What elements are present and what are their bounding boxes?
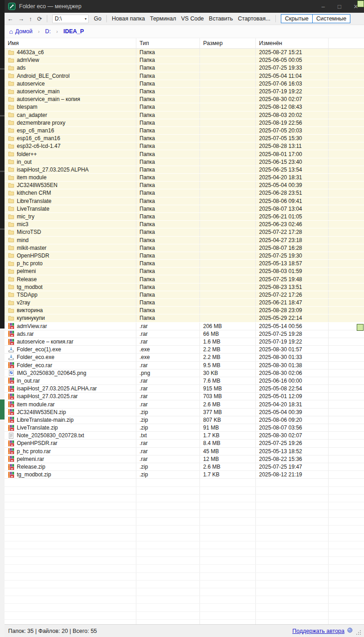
- table-row[interactable]: admView Папка 2025-06-05 00:05: [5, 56, 364, 64]
- filler-cell: [329, 56, 364, 64]
- table-row[interactable]: ads Папка 2025-07-25 19:33: [5, 64, 364, 72]
- table-row[interactable]: w p_hc proto.rar .rar 45 MB 2025-05-13 1…: [5, 448, 364, 455]
- table-row[interactable]: v2ray Папка 2025-06-21 18:47: [5, 299, 364, 307]
- table-row[interactable]: OpenHPSDR Папка 2025-07-25 19:30: [5, 252, 364, 260]
- filler-cell: [329, 299, 364, 306]
- folder-icon: [8, 127, 14, 134]
- table-row[interactable]: esp32-c6-lcd-1.47 Папка 2025-08-28 13:11: [5, 142, 364, 150]
- table-row[interactable]: w tg_modbot.zip .zip 1.7 KB 2025-08-12 2…: [5, 471, 364, 479]
- table-row[interactable]: w JC3248W535EN.zip .zip 377 MB 2025-05-0…: [5, 409, 364, 416]
- table-row[interactable]: w isapiHost_27.03.2025 ALPHA.rar .rar 91…: [5, 385, 364, 393]
- start-page-button[interactable]: Стартовая...: [238, 15, 270, 22]
- table-row[interactable]: isapiHost_27.03.2025 ALPHA Папка 2025-06…: [5, 166, 364, 174]
- table-row[interactable]: викторина Папка 2025-08-28 23:09: [5, 307, 364, 314]
- file-name: купинукупи: [17, 315, 45, 321]
- table-row[interactable]: IMG_20250830_020645.png .png 30 KB 2025-…: [5, 369, 364, 377]
- table-row[interactable]: w ads.rar .rar 66 MB 2025-07-25 19:28: [5, 330, 364, 338]
- table-row[interactable]: w OpenHPSDR.rar .rar 8.4 MB 2025-07-25 1…: [5, 440, 364, 447]
- table-row[interactable]: esp_c6_man16 Папка 2025-07-05 20:03: [5, 127, 364, 135]
- resize-grip[interactable]: [356, 630, 361, 637]
- name-cell: item module: [5, 174, 136, 181]
- size-cell: [200, 150, 256, 157]
- table-row[interactable]: p_hc proto Папка 2025-05-13 18:57: [5, 260, 364, 268]
- table-row[interactable]: can_adapter Папка 2025-08-03 20:02: [5, 111, 364, 119]
- paste-button[interactable]: Вставить: [209, 15, 233, 22]
- up-button[interactable]: ↑: [29, 16, 32, 22]
- minimize-button[interactable]: –: [315, 0, 331, 13]
- table-row[interactable]: TSDApp Папка 2025-07-22 17:26: [5, 291, 364, 299]
- background-fragment: [0, 115, 5, 116]
- size-cell: [200, 96, 256, 103]
- table-row[interactable]: autoservice Папка 2025-07-06 16:03: [5, 80, 364, 88]
- table-row[interactable]: mind Папка 2025-04-27 23:18: [5, 237, 364, 244]
- new-folder-button[interactable]: Новая папка: [112, 15, 145, 22]
- table-row[interactable]: pelmeni Папка 2025-08-03 01:59: [5, 268, 364, 275]
- table-row[interactable]: folder++ Папка 2025-08-01 17:00: [5, 150, 364, 158]
- table-row[interactable]: mic3 Папка 2025-06-23 02:46: [5, 221, 364, 228]
- table-row[interactable]: Android_BLE_Control Папка 2025-05-04 11:…: [5, 72, 364, 80]
- modified-cell: 2025-05-04 11:04: [256, 72, 329, 80]
- type-cell: .txt: [136, 432, 200, 439]
- table-row[interactable]: w LibreTranslate-main.zip .zip 807 KB 20…: [5, 416, 364, 424]
- table-row[interactable]: w pelmeni.rar .rar 12 MB 2025-08-22 15:3…: [5, 455, 364, 463]
- table-row[interactable]: Note_20250830_020728.txt .txt 1.7 KB 202…: [5, 432, 364, 440]
- table-row[interactable]: mlkit-master Папка 2025-08-07 16:28: [5, 244, 364, 252]
- back-button[interactable]: ←: [7, 16, 13, 22]
- table-row[interactable]: dezmembrare proxy Папка 2025-08-19 22:56: [5, 119, 364, 127]
- header-name[interactable]: Имя: [5, 38, 136, 48]
- system-files-toggle[interactable]: Системные: [312, 14, 350, 23]
- table-row[interactable]: w autoservice – копия.rar .rar 1.6 MB 20…: [5, 338, 364, 346]
- table-row[interactable]: w Release.zip .zip 2.6 MB 2025-07-25 19:…: [5, 463, 364, 471]
- table-row[interactable]: Folder_eco.exe .exe 2.2 MB 2025-08-30 01…: [5, 354, 364, 361]
- header-type[interactable]: Тип: [136, 38, 200, 48]
- table-row[interactable]: mic_try Папка 2025-06-21 01:05: [5, 213, 364, 221]
- header-size[interactable]: Размер: [200, 38, 256, 48]
- table-row[interactable]: w item module.rar .rar 2.6 MB 2025-04-20…: [5, 400, 364, 408]
- vscode-button[interactable]: VS Code: [181, 15, 204, 22]
- table-row[interactable]: w Folder_eco.rar .rar 9.5 MB 2025-08-30 …: [5, 362, 364, 369]
- header-modified[interactable]: Изменён: [256, 38, 329, 48]
- table-row[interactable]: MicroTSD Папка 2025-07-22 17:28: [5, 228, 364, 236]
- address-dropdown-icon[interactable]: ▾: [85, 17, 86, 21]
- type-cell: [136, 604, 200, 611]
- table-row[interactable]: autoservice_main – копия Папка 2025-08-3…: [5, 96, 364, 103]
- maximize-button[interactable]: □: [331, 0, 348, 13]
- file-name: p_hc proto: [17, 260, 43, 267]
- name-cell: esp16_c6_man16: [5, 135, 136, 142]
- table-row[interactable]: 44632a_c6 Папка 2025-08-27 15:21: [5, 49, 364, 56]
- donate-link[interactable]: Поддержать автора: [292, 628, 344, 634]
- winrar-archive-icon: w: [8, 448, 14, 455]
- table-row[interactable]: in_out Папка 2025-06-15 23:40: [5, 158, 364, 166]
- table-row[interactable]: esp16_c6_man16 Папка 2025-07-05 15:30: [5, 135, 364, 142]
- folder-icon: [8, 167, 14, 173]
- table-row[interactable]: купинукупи Папка 2025-05-29 22:14: [5, 314, 364, 322]
- go-button[interactable]: Go: [94, 15, 101, 22]
- breadcrumb-current-folder[interactable]: IDEA_P: [63, 28, 84, 35]
- file-name: in_out.rar: [17, 378, 40, 384]
- breadcrumb-drive[interactable]: D:: [45, 28, 51, 35]
- table-row[interactable]: LibreTranslate Папка 2025-08-06 09:41: [5, 197, 364, 205]
- name-cell: mic_try: [5, 213, 136, 220]
- table-row[interactable]: w admView.rar .rar 206 MB 2025-05-14 00:…: [5, 323, 364, 330]
- table-row[interactable]: w LiveTranslate.zip .zip 91 MB 2025-08-0…: [5, 424, 364, 432]
- table-row[interactable]: item module Папка 2025-04-20 18:31: [5, 174, 364, 182]
- forward-button[interactable]: →: [18, 16, 24, 22]
- table-row: [5, 565, 364, 572]
- name-cell: TSDApp: [5, 291, 136, 298]
- hidden-files-toggle[interactable]: Скрытые: [281, 14, 313, 23]
- table-row[interactable]: tg_modbot Папка 2025-08-23 13:51: [5, 283, 364, 291]
- table-row[interactable]: Release Папка 2025-07-25 19:48: [5, 275, 364, 283]
- table-row[interactable]: w in_out.rar .rar 7.6 MB 2025-06-16 00:0…: [5, 377, 364, 385]
- table-row[interactable]: w isapiHost_27.03.2025.rar .rar 703 MB 2…: [5, 393, 364, 400]
- address-input[interactable]: D:\ ▾: [52, 15, 89, 23]
- terminal-button[interactable]: Терминал: [150, 15, 176, 22]
- table-row[interactable]: autoservice_main Папка 2025-07-19 19:22: [5, 88, 364, 96]
- table-row[interactable]: LiveTranslate Папка 2025-08-07 13:04: [5, 205, 364, 213]
- breadcrumb-home[interactable]: ⌂ Домой: [9, 28, 33, 35]
- table-row[interactable]: Folder_eco(1).exe .exe 2.2 MB 2025-08-30…: [5, 346, 364, 354]
- file-name: folder++: [17, 151, 37, 157]
- table-row[interactable]: blespam Папка 2025-08-12 08:43: [5, 103, 364, 111]
- table-row[interactable]: JC3248W535EN Папка 2025-05-04 00:39: [5, 182, 364, 189]
- refresh-button[interactable]: ⟳: [37, 16, 42, 22]
- table-row[interactable]: kithchen CRM Папка 2025-06-28 23:51: [5, 189, 364, 197]
